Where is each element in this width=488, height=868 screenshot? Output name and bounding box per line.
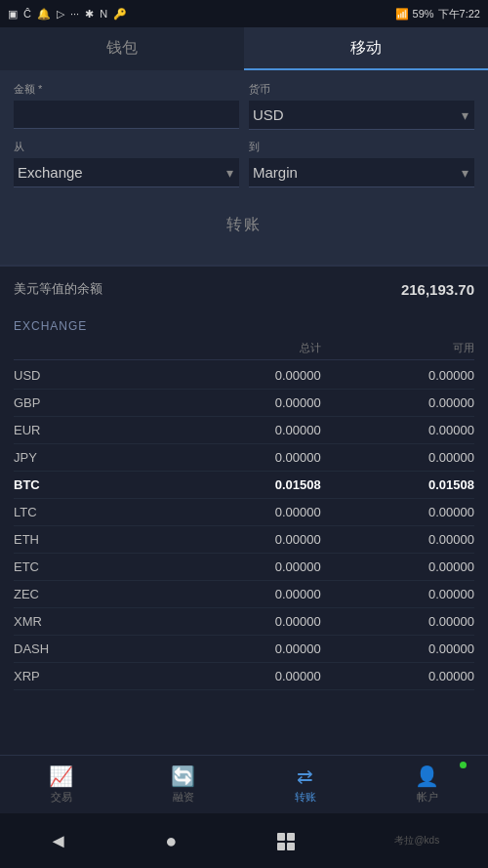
transfer-button[interactable]: 转账 [14, 201, 474, 249]
account-status-dot [460, 762, 467, 768]
table-body: USD0.000000.00000GBP0.000000.00000EUR0.0… [14, 362, 474, 690]
fund-icon: 🔄 [171, 765, 195, 788]
battery-label: 59% [413, 8, 434, 20]
row-available: 0.00000 [321, 614, 474, 629]
table-row: GBP0.000000.00000 [14, 390, 474, 417]
row-available: 0.00000 [321, 641, 474, 656]
row-total: 0.00000 [167, 532, 320, 547]
row-currency-name: BTC [14, 477, 167, 492]
row-available: 0.00000 [321, 368, 474, 383]
balance-section: 美元等值的余额 216,193.70 [0, 266, 488, 304]
row-total: 0.00000 [167, 423, 320, 437]
account-icon: 👤 [415, 765, 439, 788]
row-total: 0.00000 [167, 559, 320, 574]
row-total: 0.00000 [167, 641, 320, 656]
home-button[interactable]: ● [165, 830, 177, 852]
row-total: 0.01508 [167, 477, 320, 492]
from-group: 从 Exchange Margin Funding [14, 140, 239, 187]
tab-wallet[interactable]: 钱包 [0, 27, 244, 70]
system-nav: ◄ ● 考拉@kds [0, 813, 488, 868]
row-total: 0.00000 [167, 614, 320, 629]
tab-bar: 钱包 移动 [0, 27, 488, 70]
col-header-available: 可用 [321, 341, 474, 355]
table-row: DASH0.000000.00000 [14, 636, 474, 663]
table-section: EXCHANGE 总计 可用 USD0.000000.00000GBP0.000… [0, 304, 488, 762]
to-label: 到 [249, 140, 474, 154]
to-select[interactable]: Margin Exchange Funding [249, 158, 474, 187]
row-currency-name: GBP [14, 395, 167, 410]
svg-rect-2 [277, 843, 285, 850]
row-total: 0.00000 [167, 368, 320, 383]
back-button[interactable]: ◄ [49, 830, 68, 852]
row-total: 0.00000 [167, 587, 320, 601]
currency-group: 货币 USD EUR GBP BTC [249, 82, 474, 130]
row-available: 0.00000 [321, 450, 474, 465]
time-label: 下午7:22 [438, 7, 480, 21]
trade-label: 交易 [51, 790, 72, 805]
balance-row: 美元等值的余额 216,193.70 [14, 280, 474, 298]
row-total: 0.00000 [167, 669, 320, 683]
table-row: USD0.000000.00000 [14, 362, 474, 390]
row-currency-name: LTC [14, 505, 167, 519]
svg-rect-1 [287, 833, 295, 841]
to-select-wrapper: Margin Exchange Funding [249, 158, 474, 187]
row-currency-name: XMR [14, 614, 167, 629]
table-row: BTC0.015080.01508 [14, 472, 474, 499]
table-row: EUR0.000000.00000 [14, 417, 474, 444]
table-row: ETC0.000000.00000 [14, 554, 474, 581]
row-currency-name: ETC [14, 559, 167, 574]
col-header-name [14, 341, 167, 355]
more-icon: ··· [70, 8, 79, 20]
transfer-nav-label: 转账 [295, 790, 316, 805]
table-row: ETH0.000000.00000 [14, 526, 474, 554]
table-header: 总计 可用 [14, 337, 474, 360]
form-row-amount-currency: 金额 * 货币 USD EUR GBP BTC [14, 82, 474, 130]
table-row: XMR0.000000.00000 [14, 608, 474, 636]
trade-icon: 📈 [49, 765, 73, 788]
row-available: 0.00000 [321, 423, 474, 437]
currency-label: 货币 [249, 82, 474, 97]
nav-fund[interactable]: 🔄 融资 [122, 756, 244, 813]
balance-value: 216,193.70 [401, 281, 474, 298]
row-total: 0.00000 [167, 395, 320, 410]
table-row: LTC0.000000.00000 [14, 499, 474, 526]
status-bar: ▣ Ĉ 🔔 ▷ ··· ✱ N 🔑 📶 59% 下午7:22 [0, 0, 488, 27]
app-icon-2: Ĉ [23, 8, 31, 20]
status-right: 📶 59% 下午7:22 [395, 7, 480, 21]
row-currency-name: JPY [14, 450, 167, 465]
svg-rect-3 [287, 843, 295, 850]
table-row: ZEC0.000000.00000 [14, 581, 474, 608]
nav-account[interactable]: 👤 帐户 [366, 756, 488, 813]
currency-select[interactable]: USD EUR GBP BTC [249, 101, 474, 130]
nav-trade[interactable]: 📈 交易 [0, 756, 122, 813]
menu-button[interactable] [274, 828, 298, 854]
row-total: 0.00000 [167, 450, 320, 465]
row-available: 0.00000 [321, 532, 474, 547]
row-available: 0.01508 [321, 477, 474, 492]
account-label: 帐户 [417, 790, 438, 805]
nav-transfer[interactable]: ⇄ 转账 [244, 756, 366, 813]
table-row: XRP0.000000.00000 [14, 663, 474, 690]
form-row-from-to: 从 Exchange Margin Funding 到 Margin Excha… [14, 140, 474, 187]
col-header-total: 总计 [167, 341, 320, 355]
row-available: 0.00000 [321, 505, 474, 519]
currency-select-wrapper: USD EUR GBP BTC [249, 101, 474, 130]
row-currency-name: ZEC [14, 587, 167, 601]
play-icon: ▷ [57, 8, 64, 21]
amount-input[interactable] [14, 101, 239, 129]
row-available: 0.00000 [321, 587, 474, 601]
amount-group: 金额 * [14, 82, 239, 130]
from-select[interactable]: Exchange Margin Funding [14, 158, 239, 187]
notification-icon: 🔔 [37, 8, 51, 21]
row-available: 0.00000 [321, 559, 474, 574]
row-currency-name: USD [14, 368, 167, 383]
svg-rect-0 [277, 833, 285, 841]
transfer-icon: ⇄ [297, 765, 313, 788]
nfc-icon: N [100, 8, 107, 20]
amount-label: 金额 * [14, 82, 239, 97]
from-label: 从 [14, 140, 239, 154]
key-icon: 🔑 [113, 8, 127, 21]
bluetooth-icon: ✱ [85, 8, 94, 21]
table-section-label: EXCHANGE [14, 311, 474, 337]
tab-transfer[interactable]: 移动 [244, 27, 488, 70]
